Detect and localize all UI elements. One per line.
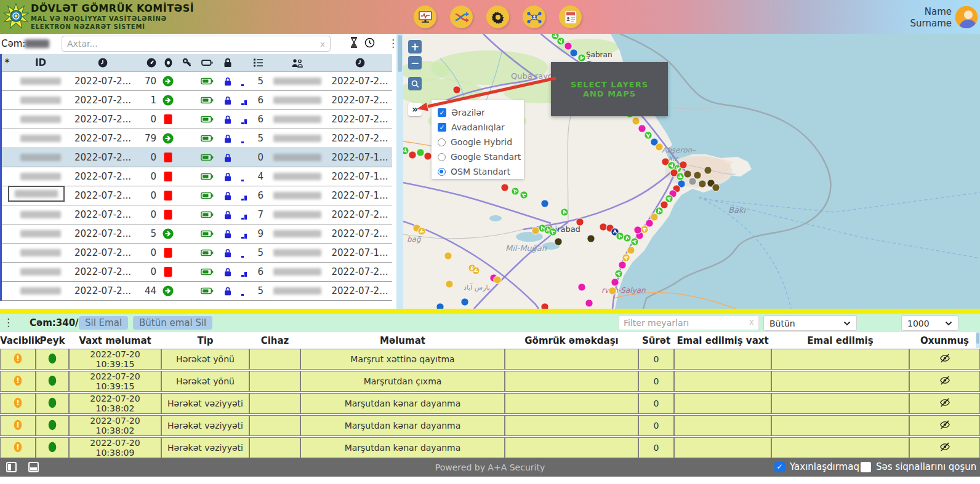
map-marker[interactable]	[631, 238, 638, 245]
map-marker[interactable]	[694, 172, 701, 179]
map-marker[interactable]	[418, 228, 425, 235]
map-search-button[interactable]	[408, 77, 422, 90]
map-marker[interactable]	[403, 147, 409, 154]
checkbox-checked-icon[interactable]: ✓	[438, 123, 446, 132]
column-header-satellites[interactable]	[238, 54, 267, 71]
map-marker[interactable]	[578, 284, 585, 291]
unread-icon[interactable]	[909, 371, 980, 392]
map-zoom-in-button[interactable]: +	[408, 40, 422, 54]
delete-all-processed-button[interactable]: Bütün emal Sil	[133, 316, 212, 330]
map-marker[interactable]	[646, 220, 653, 227]
map-marker[interactable]	[641, 226, 648, 233]
map-marker[interactable]	[570, 49, 577, 57]
map-marker[interactable]	[638, 125, 646, 132]
events-column-peyk[interactable]: Peyk	[36, 333, 69, 347]
hourglass-icon[interactable]	[350, 37, 358, 50]
table-row[interactable]: 2022-07-2...042022-07-1...	[2, 167, 392, 186]
events-column-oxunmuş[interactable]: Oxunmuş	[909, 333, 980, 347]
search-clear-icon[interactable]: x	[320, 39, 325, 49]
map-panel[interactable]: Quba rayonuŞabranAbşeron–XızBakıSabiraba…	[403, 34, 980, 309]
delete-processed-button[interactable]: Sil Emal	[79, 316, 128, 330]
map-marker[interactable]	[512, 188, 519, 195]
radio-icon[interactable]	[438, 138, 446, 146]
map-marker[interactable]	[576, 218, 584, 226]
column-header-key[interactable]	[179, 54, 196, 71]
table-row[interactable]: 2022-07-2...162022-07-2...	[2, 91, 392, 110]
events-column-vaciblik[interactable]: Vaciblik	[0, 333, 36, 347]
column-header-time[interactable]	[69, 54, 137, 71]
network-icon[interactable]	[523, 6, 545, 28]
map-marker[interactable]	[417, 149, 424, 156]
map-marker[interactable]	[616, 232, 624, 240]
map-marker[interactable]	[624, 234, 631, 242]
map-marker[interactable]	[600, 223, 607, 231]
map-marker[interactable]	[409, 151, 416, 159]
layer-panel-expander-button[interactable]: »	[408, 103, 422, 116]
map-marker[interactable]	[699, 180, 706, 188]
zoom-to-checkbox[interactable]: ✓ Yaxınlaşdırmaq	[774, 461, 859, 472]
map-marker[interactable]	[461, 298, 468, 306]
map-marker[interactable]	[494, 276, 501, 284]
map-marker[interactable]	[665, 195, 673, 202]
map-marker[interactable]	[656, 207, 663, 215]
events-column-vaxt-məlumat[interactable]: Vaxt məlumat	[69, 333, 161, 347]
events-column-məlumat[interactable]: Məlumat	[300, 333, 505, 347]
table-row[interactable]: 2022-07-2...072022-07-2...	[2, 205, 392, 224]
map-marker[interactable]	[541, 200, 548, 207]
sound-signals-checkbox[interactable]: Səs siqnallarını qoşun	[861, 461, 976, 472]
map-marker[interactable]	[520, 191, 528, 199]
layer-option-avadanlıqlar[interactable]: ✓Avadanlıqlar	[438, 120, 524, 135]
event-row[interactable]: !2022-07-20 10:38:09Hərəkət vəziyyətiMar…	[0, 437, 980, 458]
events-column-sürət[interactable]: Sürət	[638, 333, 674, 347]
layer-option-osm-standart[interactable]: OSM Standart	[438, 164, 524, 179]
events-column-gömrük-əməkdaşı[interactable]: Gömrük əməkdaşı	[505, 333, 638, 347]
table-row[interactable]: 2022-07-2...592022-07-2...	[2, 224, 392, 244]
map-marker[interactable]	[557, 38, 564, 45]
checkbox-unchecked-icon[interactable]	[861, 462, 871, 472]
column-header-star[interactable]: *	[2, 54, 12, 71]
layer-option-google-standart[interactable]: Google Standart	[438, 149, 524, 164]
events-column-emal-edilmiş[interactable]: Emal edilmiş	[771, 333, 909, 347]
map-marker[interactable]	[680, 161, 687, 169]
map-marker[interactable]	[704, 167, 712, 174]
map-marker[interactable]	[561, 208, 568, 216]
map-marker[interactable]	[632, 117, 640, 125]
map-marker[interactable]	[436, 303, 444, 309]
event-row[interactable]: !2022-07-20 10:39:15Hərəkət yönüMarşrutd…	[0, 371, 980, 392]
map-marker[interactable]	[645, 132, 652, 139]
shuffle-icon[interactable]	[450, 6, 473, 28]
map-marker[interactable]	[611, 279, 619, 286]
column-header-battery[interactable]	[196, 54, 218, 71]
avatar[interactable]	[955, 6, 978, 28]
map-zoom-out-button[interactable]: −	[408, 56, 422, 69]
map-marker[interactable]	[634, 226, 641, 234]
map-marker[interactable]	[585, 300, 593, 307]
map-marker[interactable]	[627, 247, 635, 254]
events-menu-dots-icon[interactable]: ⋮	[3, 317, 14, 328]
layer-option-google-hybrid[interactable]: Google Hybrid	[438, 135, 524, 149]
map-marker[interactable]	[453, 86, 460, 93]
map-marker[interactable]	[555, 238, 562, 245]
map-marker[interactable]	[578, 54, 585, 61]
map-marker[interactable]	[615, 270, 622, 277]
event-type-select[interactable]: Bütün	[763, 315, 857, 331]
map-marker[interactable]	[444, 252, 452, 260]
map-marker[interactable]	[446, 280, 453, 288]
divider-bar[interactable]	[0, 309, 980, 314]
map-marker[interactable]	[651, 213, 658, 221]
filter-input[interactable]	[624, 318, 749, 328]
map-marker[interactable]	[564, 42, 572, 50]
table-row[interactable]: 2022-07-2...062022-07-2...	[2, 263, 392, 282]
map-marker[interactable]	[684, 170, 691, 178]
table-row[interactable]: 2022-07-2...7052022-07-2...	[2, 72, 392, 91]
event-row[interactable]: !2022-07-20 10:38:02Hərəkət vəziyyətiMar…	[0, 415, 980, 436]
table-row[interactable]: 2022-07-2...7952022-07-2...	[2, 129, 392, 148]
events-column-cihaz[interactable]: Cihaz	[249, 333, 300, 347]
radio-icon[interactable]	[438, 153, 446, 161]
column-header-lock[interactable]	[218, 54, 238, 71]
map-marker[interactable]	[689, 178, 696, 185]
map-marker[interactable]	[472, 267, 480, 274]
map-marker[interactable]	[656, 143, 663, 151]
table-row[interactable]: 2022-07-2...4452022-07-2...	[2, 282, 392, 301]
map-marker[interactable]	[424, 153, 432, 160]
